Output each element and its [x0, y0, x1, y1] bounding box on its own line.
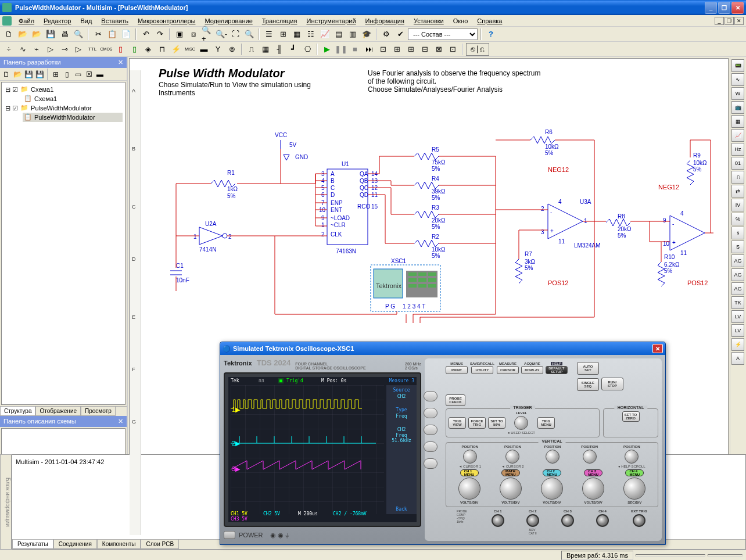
ch4-volts-knob[interactable]	[582, 478, 604, 500]
comp-rf-icon[interactable]: Y	[211, 43, 224, 56]
bottom-side-label[interactable]: Блок информации	[0, 454, 12, 550]
instr-iv-icon[interactable]: IV	[731, 199, 744, 211]
cursor-button[interactable]: CURSOR	[497, 366, 519, 374]
save-icon[interactable]: 💾	[44, 28, 57, 41]
instr-ag1-icon[interactable]: AG	[731, 254, 744, 267]
ptool-add-icon[interactable]: ▭	[73, 69, 83, 80]
minimize-button[interactable]: _	[705, 2, 717, 14]
sim4-icon[interactable]: ⊠	[432, 43, 445, 56]
comp-ttl-icon[interactable]: TTL	[86, 43, 99, 56]
instr-funcgen-icon[interactable]: ∿	[731, 73, 744, 86]
close-button[interactable]: ✕	[731, 2, 744, 14]
comp-misc2-icon[interactable]: ▯	[128, 43, 141, 56]
ch4-menu-button[interactable]: CH 4 MENU	[625, 469, 644, 476]
junction-icon[interactable]: ┛	[287, 43, 300, 56]
menu-info[interactable]: Информация	[361, 16, 409, 26]
ch3-volts-knob[interactable]	[541, 478, 563, 500]
netlist-icon[interactable]: ☷	[304, 28, 317, 41]
check-icon[interactable]: ✔	[394, 28, 407, 41]
autoset-button[interactable]: AUTO SET	[577, 362, 599, 375]
ch4-bnc[interactable]	[596, 514, 609, 527]
ch2-bnc[interactable]	[526, 514, 539, 527]
print-button[interactable]: PRINT	[446, 366, 468, 374]
instr-logic-icon[interactable]: ⎍	[731, 171, 744, 184]
redo-icon[interactable]: ↷	[153, 28, 166, 41]
ptool-saveall-icon[interactable]: 💾	[34, 69, 45, 80]
comp-power-icon[interactable]: ⚡	[170, 43, 182, 56]
zoom-area-icon[interactable]: ⧈	[187, 28, 200, 41]
instr-curr-icon[interactable]: A	[731, 352, 744, 365]
comp-misc1-icon[interactable]: ▯	[114, 43, 127, 56]
ch3-pos-knob[interactable]	[546, 450, 560, 464]
instr-probe-icon[interactable]: ⚡	[731, 338, 744, 351]
menu-transfer[interactable]: Трансляция	[257, 16, 302, 26]
comp-misc-icon[interactable]: MISC	[184, 43, 196, 56]
open2-icon[interactable]: 📂	[30, 28, 43, 41]
scope-close-button[interactable]: ✕	[652, 344, 663, 353]
ptool-hier-icon[interactable]: ⊞	[51, 69, 61, 80]
bus-icon[interactable]: ⎍	[245, 43, 258, 56]
ch2-pos-knob[interactable]	[505, 450, 519, 464]
zoom-fit-icon[interactable]: ⛶	[229, 28, 242, 41]
comp-trans-icon[interactable]: ⊸	[58, 43, 71, 56]
tab-results[interactable]: Результаты	[12, 540, 53, 549]
sec-div-knob[interactable]	[623, 478, 645, 500]
ptool-save-icon[interactable]: 💾	[23, 69, 34, 80]
netlist2-icon[interactable]: ⚙	[380, 28, 393, 41]
instr-multimeter-icon[interactable]: 📟	[731, 59, 744, 72]
menu-options[interactable]: Установки	[409, 16, 449, 26]
hier-icon[interactable]: ⊞	[277, 28, 289, 41]
instr-lv2-icon[interactable]: LV	[731, 324, 744, 337]
print-icon[interactable]: 🖶	[58, 28, 71, 41]
default-setup-button[interactable]: DEFAULT SETUP	[546, 366, 568, 374]
soft-btn-1[interactable]	[424, 391, 437, 401]
run-icon[interactable]: ▶	[321, 43, 333, 56]
instr-ag2-icon[interactable]: AG	[731, 268, 744, 281]
set50-button[interactable]: SET TO 50%	[488, 417, 505, 429]
instr-scope-icon[interactable]: 📺	[731, 101, 744, 114]
mdi-close[interactable]: ✕	[734, 17, 744, 25]
ptool-page-icon[interactable]: ▯	[62, 69, 72, 80]
comp-analog-icon[interactable]: ▷	[72, 43, 85, 56]
tree-root-1[interactable]: ⊟ ☑ 📁Схема1	[4, 85, 123, 94]
tree-root-2[interactable]: ⊟ ☑ 📁PulseWidthModulator	[4, 103, 123, 113]
menu-insert[interactable]: Вставить	[96, 16, 133, 26]
tab-components[interactable]: Компоненты	[97, 540, 141, 549]
singleseq-button[interactable]: SINGLE SEQ	[577, 378, 599, 391]
ch1-volts-knob[interactable]	[458, 478, 480, 500]
paste-icon[interactable]: 📄	[120, 28, 132, 41]
instr-dist-icon[interactable]: %	[731, 213, 744, 225]
sim3-icon[interactable]: ⊟	[418, 43, 431, 56]
zoom-in-icon[interactable]: 🔍+	[201, 28, 214, 41]
instr-bode-icon[interactable]: 📈	[731, 129, 744, 142]
scope-power-button[interactable]	[224, 531, 235, 539]
sheet-icon[interactable]: ▥	[346, 28, 359, 41]
ptool-del-icon[interactable]: ☒	[84, 69, 94, 80]
ptool-new-icon[interactable]: 🗋	[1, 69, 12, 80]
comp-source-icon[interactable]: ∿	[16, 43, 29, 56]
ch3-bnc[interactable]	[561, 514, 574, 527]
tab-structure[interactable]: Структура	[0, 407, 35, 416]
zoom-sel-icon[interactable]: 🔍	[243, 28, 256, 41]
mdi-restore[interactable]: ❐	[725, 17, 734, 25]
connect-icon[interactable]: ╢	[273, 43, 286, 56]
ch1-bnc[interactable]	[492, 514, 504, 527]
tree-child-1[interactable]: 📋Схема1	[23, 94, 123, 103]
sim5-icon[interactable]: ⊡	[446, 43, 459, 56]
list-icon[interactable]: ☰	[263, 28, 275, 41]
instr-spec-icon[interactable]: ⫮	[731, 227, 744, 239]
soft-btn-3[interactable]	[424, 425, 437, 435]
instr-wattmeter-icon[interactable]: W	[731, 87, 744, 100]
ch3-menu-button[interactable]: CH 3 MENU	[584, 469, 602, 476]
comp-elec-icon[interactable]: ⊚	[225, 43, 238, 56]
tab-nets[interactable]: Соединения	[53, 540, 97, 549]
tab-view[interactable]: Просмотр	[81, 407, 116, 416]
instr-ag3-icon[interactable]: AG	[731, 282, 744, 295]
step-icon[interactable]: ⏭	[363, 43, 375, 56]
pause-icon[interactable]: ❚❚	[335, 43, 347, 56]
force-trig-button[interactable]: FORCE TRIG	[468, 417, 486, 429]
utility-button[interactable]: UTILITY	[471, 366, 493, 374]
fullscreen-icon[interactable]: ▣	[173, 28, 186, 41]
db-icon[interactable]: ▦	[290, 28, 303, 41]
net-icon[interactable]: ⎔	[301, 43, 314, 56]
